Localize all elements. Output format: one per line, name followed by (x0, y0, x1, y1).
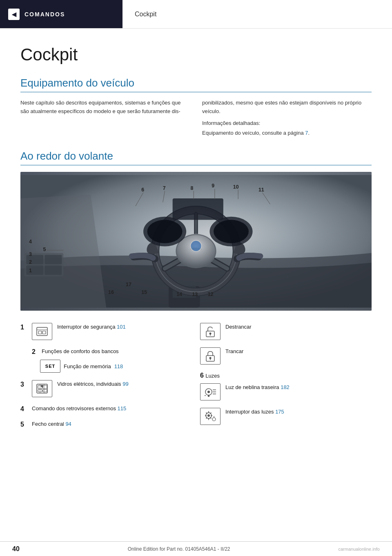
section-label: COMANDOS (24, 11, 65, 18)
item-2-number: 2 (32, 347, 38, 356)
svg-text:14: 14 (176, 291, 182, 297)
item-1-number: 1 (20, 323, 27, 331)
svg-rect-59 (43, 389, 47, 392)
item-3-text: Vidros elétricos, individuais (57, 381, 122, 387)
lights-row: Interruptor das luzes 175 (200, 408, 372, 425)
footer-watermark: carmanualonline.info (338, 547, 380, 552)
svg-rect-5 (45, 265, 62, 275)
item-5-row: 5 Fecho central 94 (20, 420, 192, 428)
svg-text:11: 11 (258, 187, 264, 193)
lights-content: Interruptor das luzes 175 (225, 408, 372, 416)
fog-rear-page[interactable]: 182 (281, 384, 290, 390)
item-1-text: Interruptor de segurança (57, 324, 117, 330)
item-2-sub-text: Função de memória (64, 363, 111, 369)
cockpit-diagram: AIRBAG (20, 172, 372, 311)
item-3-content: Vidros elétricos, individuais 99 (57, 380, 192, 388)
fog-rear-content: Luz de neblina traseira 182 (225, 383, 372, 391)
item-3-number: 3 (20, 380, 27, 388)
item-4-row: 4 Comando dos retrovisores externos 115 (20, 405, 192, 413)
intro-columns: Neste capítulo são descritos equipamento… (20, 99, 372, 138)
nav-left-section: ◀ COMANDOS (0, 0, 122, 28)
lock-text: Trancar (225, 348, 243, 354)
svg-text:16: 16 (108, 289, 114, 295)
lights-icon (200, 408, 220, 425)
item-2-row: 2 Funções de conforto dos bancos SET Fun… (32, 347, 192, 373)
main-content: Cockpit Equipamento do veículo Neste cap… (0, 29, 392, 460)
fog-rear-row: Luz de neblina traseira 182 (200, 383, 372, 400)
item-6-label: Luzes (205, 373, 220, 379)
lock-icon (200, 347, 220, 365)
svg-text:5: 5 (43, 247, 46, 252)
svg-point-85 (212, 418, 216, 421)
fog-rear-text: Luz de neblina traseira (225, 384, 281, 390)
top-navigation: ◀ COMANDOS Cockpit (0, 0, 392, 29)
svg-text:4: 4 (29, 239, 32, 245)
svg-point-76 (207, 414, 210, 417)
svg-text:10: 10 (233, 184, 239, 190)
page-title: Cockpit (20, 45, 372, 64)
svg-text:1: 1 (29, 268, 32, 274)
item-2-sub-icon: SET (40, 360, 60, 373)
item-3-page[interactable]: 99 (122, 381, 128, 387)
svg-text:6: 6 (141, 187, 144, 193)
item-5-page[interactable]: 94 (65, 421, 71, 427)
lock-content: Trancar (225, 347, 372, 356)
svg-rect-53 (38, 331, 42, 334)
item-4-number: 4 (20, 405, 27, 413)
item-5-text: Fecho central (32, 421, 65, 427)
unlock-row: Destrancar (200, 323, 372, 340)
intro-text-left: Neste capítulo são descritos equipamento… (20, 100, 180, 114)
item-1-page[interactable]: 101 (117, 324, 126, 330)
svg-text:9: 9 (212, 183, 214, 189)
footer-page-number: 40 (12, 545, 20, 553)
svg-text:8: 8 (191, 185, 194, 191)
svg-rect-26 (173, 198, 223, 220)
svg-rect-54 (42, 331, 46, 334)
item-1-row: 1 Interruptor de segurança 101 (20, 323, 192, 340)
svg-point-24 (147, 220, 183, 243)
item-3-row: 3 Vidros elétricos, individuais 99 (20, 380, 192, 397)
lock-row: Trancar (200, 347, 372, 365)
item-4-text: Comando dos retrovisores externos (32, 405, 118, 411)
fog-rear-icon (200, 383, 220, 400)
nav-right-section: Cockpit (122, 0, 392, 28)
items-col-left: 1 Interruptor de segurança 101 2 (20, 323, 192, 436)
lights-text: Interruptor das luzes (225, 409, 275, 415)
svg-text:15: 15 (141, 289, 147, 295)
section2-heading: Ao redor do volante (20, 150, 372, 165)
item-5-content: Fecho central 94 (32, 420, 192, 428)
unlock-text: Destrancar (225, 324, 252, 330)
svg-point-25 (214, 220, 249, 243)
intro-col-left: Neste capítulo são descritos equipamento… (20, 99, 190, 138)
item-6-header: 6 Luzes (200, 372, 372, 380)
intro-col-right: ponibilizados, mesmo que estes não estej… (202, 99, 372, 138)
svg-line-81 (206, 412, 207, 414)
unlock-content: Destrancar (225, 323, 372, 331)
svg-text:2: 2 (29, 260, 32, 265)
item-1-icon (32, 323, 52, 340)
svg-line-84 (206, 417, 207, 418)
svg-line-82 (210, 417, 212, 418)
item-5-number: 5 (20, 420, 27, 428)
intro-text-right-2: Informações detalhadas: (202, 119, 372, 128)
section1-heading: Equipamento do veículo (20, 77, 372, 92)
svg-rect-74 (208, 395, 209, 397)
svg-point-67 (209, 357, 212, 359)
item-2-sub-page[interactable]: 118 (114, 363, 123, 369)
lights-page[interactable]: 175 (275, 409, 284, 415)
svg-text:13: 13 (192, 291, 198, 297)
svg-rect-3 (45, 255, 62, 265)
back-icon[interactable]: ◀ (8, 9, 20, 20)
item-3-icon (32, 380, 52, 397)
intro-text-right-3: Equipamento do veículo, consulte a págin… (202, 129, 372, 138)
items-grid: 1 Interruptor de segurança 101 2 (20, 323, 372, 436)
svg-point-64 (209, 333, 212, 335)
intro-text-right-1: ponibilizados, mesmo que estes não estej… (202, 99, 372, 116)
item-4-page[interactable]: 115 (118, 405, 127, 411)
svg-text:3: 3 (29, 251, 32, 257)
unlock-icon (200, 323, 220, 340)
items-col-right: Destrancar Trancar (200, 323, 372, 436)
svg-text:7: 7 (163, 185, 166, 191)
page-breadcrumb: Cockpit (135, 11, 156, 18)
svg-point-70 (207, 391, 210, 393)
